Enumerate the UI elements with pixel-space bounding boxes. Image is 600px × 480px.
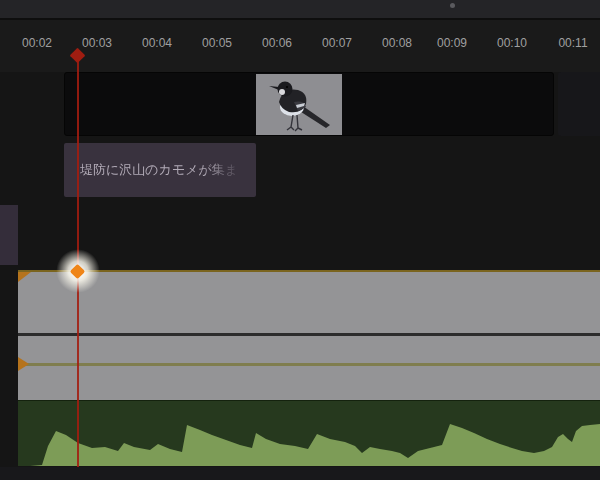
video-clip-next[interactable] [558,72,600,136]
ruler-label: 00:06 [262,36,292,50]
timeline-panel: 00:0200:0300:0400:0500:0600:0700:0800:09… [0,0,600,480]
bird-thumbnail [256,74,342,135]
scrollbar[interactable] [0,467,600,480]
media-clip[interactable] [18,270,600,400]
volume-handle-icon[interactable] [18,357,29,371]
audio-waveform [18,401,600,466]
ruler-label: 00:02 [22,36,52,50]
top-bar [0,0,600,20]
subtitle-text: 堤防に沢山のカモメが集ま [80,161,250,179]
volume-line[interactable] [18,363,600,366]
ruler-label: 00:04 [142,36,172,50]
clip-separator-line [18,333,600,336]
fade-handle-icon[interactable] [18,272,31,282]
ruler-label: 00:03 [82,36,112,50]
partial-clip[interactable] [0,205,18,265]
ruler-label: 00:08 [382,36,412,50]
subtitle-clip[interactable]: 堤防に沢山のカモメが集ま [64,143,256,197]
ruler-label: 00:11 [558,36,587,50]
timeline-ruler[interactable]: 00:0200:0300:0400:0500:0600:0700:0800:09… [0,20,600,72]
ruler-label: 00:05 [202,36,232,50]
ruler-label: 00:09 [437,36,467,50]
audio-clip[interactable] [18,400,600,466]
clip-thumbnail-bird[interactable] [256,74,342,135]
ruler-label: 00:07 [322,36,352,50]
audio-waveform-shape [18,424,600,466]
zoom-handle-dot[interactable] [450,3,455,8]
ruler-label: 00:10 [497,36,527,50]
